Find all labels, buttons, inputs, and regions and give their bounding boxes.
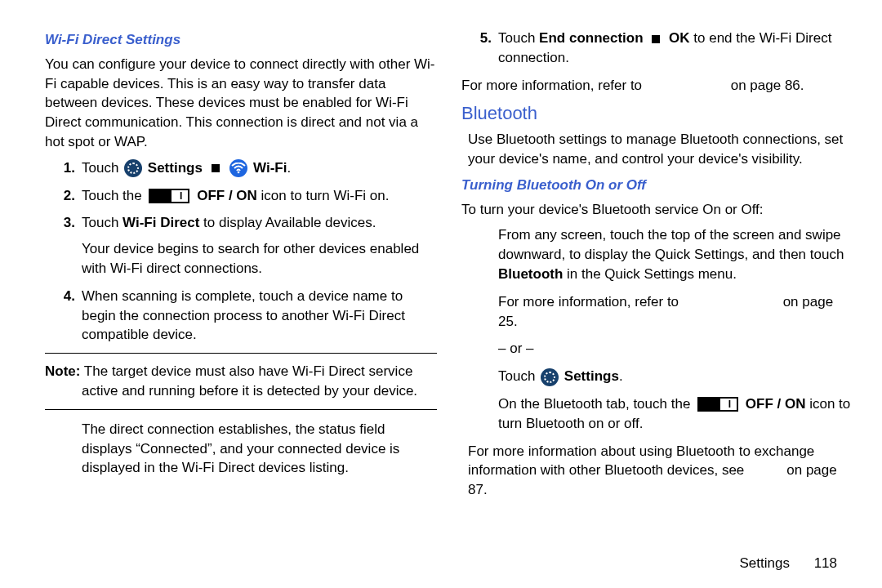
or-separator: – or – [461, 339, 853, 359]
continued-steps: 5. Touch End connection OK to end the Wi… [461, 29, 853, 68]
arrow-icon [212, 164, 220, 172]
page-footer: Settings 118 [739, 554, 837, 573]
footer-page-number: 118 [814, 555, 837, 571]
step-number: 4. [45, 287, 82, 345]
note-label: Note: [45, 363, 80, 379]
step-body: When scanning is complete, touch a devic… [82, 287, 437, 345]
xref-target [748, 461, 783, 480]
wifi-label: Wi-Fi [253, 160, 287, 176]
wifi-icon [229, 159, 247, 177]
settings-label: Settings [148, 160, 203, 176]
after-note-text: The direct connection establishes, the s… [45, 420, 437, 478]
step3-sub: Your device begins to search for other d… [82, 239, 437, 278]
note-block: Note: The target device must also have W… [45, 353, 437, 410]
toggle-icon [697, 397, 738, 412]
step-number: 3. [45, 213, 82, 278]
step-body: Touch Wi-Fi Direct to display Available … [82, 213, 437, 278]
footer-section: Settings [739, 555, 789, 571]
touch-settings-line: Touch Settings. [461, 367, 853, 386]
bluetooth-intro: Use Bluetooth settings to manage Bluetoo… [461, 130, 853, 169]
bt-swipe-block: From any screen, touch the top of the sc… [461, 225, 853, 283]
bt-xref2: For more information, refer to on page 2… [461, 292, 853, 332]
heading-bluetooth: Bluetooth [461, 101, 853, 127]
right-column: 5. Touch End connection OK to end the Wi… [461, 29, 853, 506]
xref-target [683, 292, 779, 312]
note-text: The target device must also have Wi-Fi D… [80, 363, 417, 399]
step-body: Touch Settings Wi-Fi. [82, 158, 437, 178]
page-content: Wi-Fi Direct Settings You can configure … [0, 0, 882, 506]
step-number: 5. [461, 29, 498, 68]
arrow-icon [652, 35, 660, 43]
xref-line-1: For more information, refer to on page 8… [461, 76, 853, 96]
step-body: Touch End connection OK to end the Wi-Fi… [498, 29, 853, 68]
heading-bt-onoff: Turning Bluetooth On or Off [461, 176, 853, 195]
bt-tab-line: On the Bluetooth tab, touch the OFF / ON… [461, 394, 853, 434]
gear-icon [541, 368, 559, 386]
toggle-icon [149, 189, 189, 203]
svg-point-0 [238, 172, 240, 174]
bt-more-info: For more information about using Bluetoo… [461, 442, 853, 500]
left-column: Wi-Fi Direct Settings You can configure … [45, 29, 437, 506]
wifi-direct-intro: You can configure your device to connect… [45, 55, 437, 152]
gear-icon [124, 159, 142, 177]
xref-target [646, 76, 727, 96]
step-number: 1. [45, 158, 82, 178]
step-number: 2. [45, 186, 82, 206]
wifi-direct-steps: 1. Touch Settings Wi-Fi. 2. Touch the [45, 158, 437, 345]
heading-wifi-direct: Wi-Fi Direct Settings [45, 30, 437, 50]
step-body: Touch the OFF / ON icon to turn Wi-Fi on… [82, 186, 437, 206]
bt-turn-intro: To turn your device's Bluetooth service … [461, 200, 853, 220]
